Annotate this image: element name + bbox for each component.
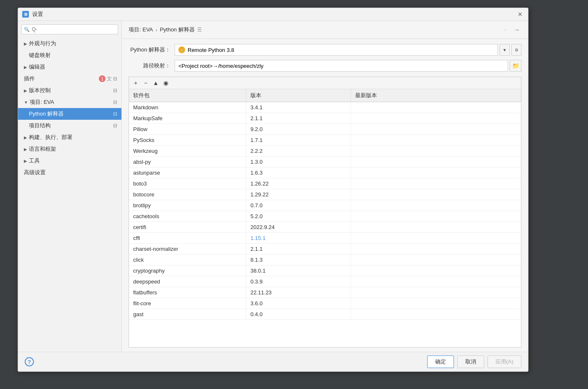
table-row[interactable]: certifi2022.9.24 [129,222,521,233]
cell-package: certifi [129,222,246,232]
sidebar-item-project-structure[interactable]: 项目结构 ⊟ [18,120,121,131]
up-button[interactable]: ▲ [152,79,160,87]
cell-latest [351,309,521,319]
form-section: Python 解释器： 🐍 Remote Python 3.8 ▼ ⚙ 路径映射… [122,39,528,77]
col-header-latest: 最新版本 [351,89,521,102]
cell-version: 1.7.1 [246,135,351,145]
sidebar-item-tools[interactable]: ▶ 工具 [18,155,121,167]
table-row[interactable]: cffi1.15.1 [129,233,521,244]
cell-package: Werkzeug [129,146,246,156]
table-row[interactable]: gast0.4.0 [129,309,521,320]
interpreter-field-wrap: 🐍 Remote Python 3.8 ▼ ⚙ [175,44,521,56]
ok-button[interactable]: 确定 [427,356,454,368]
sidebar-item-languages[interactable]: ▶ 语言和框架 [18,143,121,155]
cell-version: 38.0.1 [246,265,351,276]
interpreter-settings-btn[interactable]: ⚙ [511,44,521,56]
sidebar-item-build[interactable]: ▶ 构建、执行、部署 [18,131,121,143]
cell-latest [351,135,521,145]
back-button[interactable]: ← [501,25,511,34]
cell-version: 2.2.2 [246,146,351,156]
table-row[interactable]: flatbuffers22.11.23 [129,287,521,298]
forward-button[interactable]: → [512,25,521,34]
sidebar-item-advanced[interactable]: 高级设置 [18,167,121,178]
cell-latest [351,298,521,309]
cell-latest [351,178,521,189]
sidebar-item-vcs[interactable]: ▶ 版本控制 ⊟ [18,85,121,96]
table-row[interactable]: charset-normalizer2.1.1 [129,244,521,255]
dialog-titlebar: ⚙ 设置 ✕ [18,8,528,21]
col-header-version: 版本 [246,89,351,102]
close-button[interactable]: ✕ [516,10,524,18]
path-field[interactable]: <Project root>→/home/espeech/zly [175,60,508,72]
cell-version: 0.3.9 [246,276,351,287]
help-button[interactable]: ? [25,357,34,366]
table-row[interactable]: brotlipy0.7.0 [129,200,521,211]
remove-package-button[interactable]: − [142,79,150,87]
sidebar-badge: 1 文 ⊟ [99,75,117,82]
cell-latest [351,113,521,124]
sidebar-item-python-interpreter[interactable]: Python 解释器 ⊟ [18,108,121,120]
cell-version: 1.29.22 [246,189,351,200]
cell-latest [351,276,521,287]
cell-latest [351,124,521,134]
cell-version: 5.2.0 [246,211,351,222]
col-header-package: 软件包 [129,89,246,102]
sidebar-badge-interpreter: ⊟ [113,111,117,117]
search-box[interactable]: 🔍 [21,24,118,34]
interpreter-row: Python 解释器： 🐍 Remote Python 3.8 ▼ ⚙ [129,44,521,56]
cell-latest [351,244,521,254]
cell-latest [351,222,521,232]
table-row[interactable]: cryptography38.0.1 [129,265,521,276]
add-package-button[interactable]: + [132,79,140,87]
path-folder-btn[interactable]: 📁 [510,60,521,72]
table-row[interactable]: cachetools5.2.0 [129,211,521,222]
cell-latest [351,265,521,276]
table-row[interactable]: click8.1.3 [129,255,521,265]
cell-latest [351,189,521,200]
sidebar-item-plugins[interactable]: 插件 1 文 ⊟ [18,73,121,85]
cell-package: astunparse [129,167,246,178]
cell-package: cachetools [129,211,246,222]
table-row[interactable]: Werkzeug2.2.2 [129,146,521,157]
editor-background [0,0,18,389]
refresh-button[interactable]: ◉ [162,79,170,87]
breadcrumb-project: 项目: EVA [129,26,153,33]
cell-version: 22.11.23 [246,287,351,298]
cell-latest [351,200,521,211]
interpreter-label: Python 解释器： [129,46,170,54]
table-row[interactable]: boto31.26.22 [129,178,521,189]
sidebar-item-appearance[interactable]: ▶ 外观与行为 [18,38,121,49]
table-row[interactable]: flit-core3.6.0 [129,298,521,309]
table-row[interactable]: PySocks1.7.1 [129,135,521,146]
table-row[interactable]: astunparse1.6.3 [129,167,521,178]
apply-button[interactable]: 应用(A) [487,356,521,368]
interpreter-field[interactable]: 🐍 Remote Python 3.8 [175,44,498,56]
table-row[interactable]: Pillow9.2.0 [129,124,521,135]
table-toolbar: + − ▲ ◉ [129,77,521,89]
table-row[interactable]: botocore1.29.22 [129,189,521,200]
edit-icon[interactable]: ☰ [197,27,202,33]
table-row[interactable]: deepspeed0.3.9 [129,276,521,287]
badge-number: 1 [99,75,106,82]
cancel-button[interactable]: 取消 [457,356,484,368]
cell-version: 1.15.1 [246,233,351,243]
cell-latest [351,157,521,167]
sidebar-badge-vcs: ⊟ [113,88,117,93]
table-row[interactable]: MarkupSafe2.1.1 [129,113,521,124]
path-label: 路径映射： [129,62,170,70]
sidebar-item-keymap[interactable]: 键盘映射 [18,49,121,61]
cell-version: 9.2.0 [246,124,351,134]
main-content: 项目: EVA › Python 解释器 ☰ ← → Python 解释器： [122,21,528,352]
cell-package: charset-normalizer [129,244,246,254]
table-row[interactable]: absl-py1.3.0 [129,157,521,167]
sidebar-item-project-eva[interactable]: ▼ 项目: EVA ⊟ [18,96,121,108]
search-input[interactable] [21,24,118,34]
cell-package: click [129,255,246,265]
sidebar-item-editor[interactable]: ▶ 编辑器 [18,61,121,73]
table-row[interactable]: Markdown3.4.1 [129,102,521,113]
main-header: 项目: EVA › Python 解释器 ☰ ← → [122,21,528,39]
interpreter-dropdown-btn[interactable]: ▼ [500,44,510,56]
cell-package: cffi [129,233,246,243]
nav-buttons: ← → [501,25,521,34]
cell-package: Markdown [129,102,246,113]
